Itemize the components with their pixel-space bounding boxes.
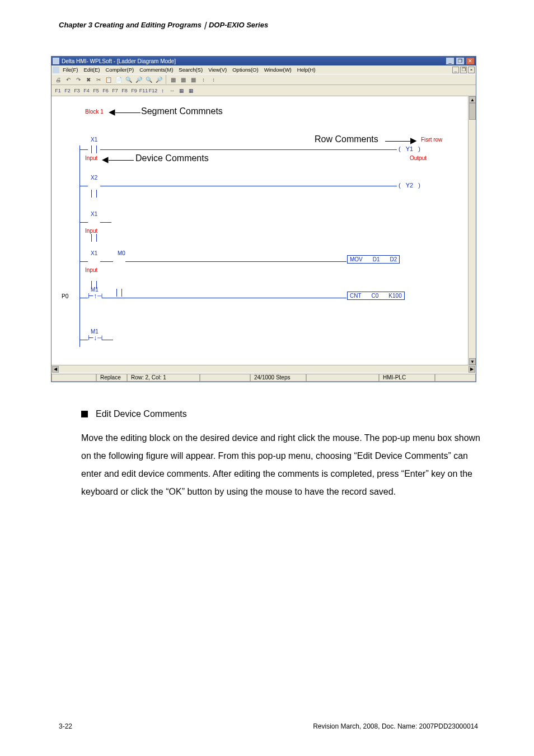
arrow-rowcomments: ———▶ (385, 135, 417, 145)
scroll-thumb[interactable] (469, 103, 476, 120)
menu-edit[interactable]: Edit(E) (83, 67, 100, 73)
f5-button[interactable]: F5 (92, 86, 100, 95)
devicecomments-annotation: Device Comments (135, 153, 209, 163)
left-rail (79, 145, 80, 347)
toolbar-fkeys: F1 F2 F3 F4 F5 F6 F7 F8 F9 F11 F12 ↕ ↔ ▦… (51, 85, 476, 96)
binoculars-icon[interactable]: 🔎 (134, 76, 143, 84)
hline-button[interactable]: ↔ (168, 86, 176, 95)
status-position: Row: 2, Col: 1 (127, 374, 200, 382)
cnt-box[interactable]: CNTC0K100 (347, 292, 405, 300)
f11-button[interactable]: F11 (139, 86, 148, 95)
menubar: File(F) Edit(E) Compiler(P) Comments(M) … (51, 65, 476, 74)
bullet-icon (81, 411, 88, 417)
maximize-button[interactable]: ❐ (456, 57, 465, 65)
contact-m0[interactable] (113, 289, 125, 297)
f7-button[interactable]: F7 (111, 86, 119, 95)
contact-x1-2[interactable] (88, 234, 100, 242)
status-steps: 24/1000 Steps (250, 374, 306, 382)
p0-label: P0 (62, 293, 68, 299)
contact-x1-1[interactable] (88, 145, 100, 153)
mdi-close-button[interactable]: × (468, 67, 475, 73)
tool-b-icon[interactable]: ↕ (209, 76, 218, 84)
app-icon (53, 58, 59, 64)
body-heading: Edit Device Comments (96, 409, 187, 419)
gridB-button[interactable]: ▦ (187, 86, 195, 95)
scroll-up-icon[interactable]: ▲ (469, 96, 476, 103)
titlebar: Delta HMI- WPLSoft - [Ladder Diagram Mod… (51, 57, 476, 65)
menu-view[interactable]: View(V) (208, 67, 227, 73)
toolbar-separator (166, 75, 166, 84)
print-icon[interactable]: 🖨 (54, 76, 62, 84)
cut-icon[interactable]: ✂ (94, 76, 102, 84)
output-label: Output (410, 155, 427, 161)
status-target: HMI-PLC (379, 374, 435, 382)
mov-box[interactable]: MOVD1D2 (347, 255, 400, 264)
coil-y2[interactable]: ( Y2 ) (399, 182, 420, 189)
minimize-button[interactable]: _ (446, 57, 455, 65)
menu-file[interactable]: File(F) (63, 67, 78, 73)
vline-button[interactable]: ↕ (158, 86, 167, 95)
coil-y1[interactable]: ( Y1 ) (399, 145, 420, 152)
horizontal-scrollbar[interactable]: ◀ ▶ (51, 365, 476, 373)
chapter-heading: Chapter 3 Creating and Editing Programs｜… (59, 20, 481, 30)
x1-label-2: X1 (91, 211, 97, 217)
zoomout-icon[interactable]: 🔎 (154, 76, 163, 84)
contact-m1-rise[interactable]: ⊢↑⊣ (88, 292, 102, 300)
f3-button[interactable]: F3 (73, 86, 81, 95)
f12-button[interactable]: F12 (149, 86, 157, 95)
menu-comments[interactable]: Comments(M) (139, 67, 173, 73)
contact-m1-fall[interactable]: ⊢↓⊣ (88, 334, 102, 342)
grid1-icon[interactable]: ▦ (169, 76, 177, 84)
paste-icon[interactable]: 📄 (114, 76, 123, 84)
page-number: 3-22 (59, 722, 72, 730)
app-window: Delta HMI- WPLSoft - [Ladder Diagram Mod… (51, 56, 476, 382)
contact-x2[interactable] (88, 190, 100, 198)
scroll-down-icon[interactable]: ▼ (469, 358, 476, 365)
hscroll-track[interactable] (59, 366, 468, 373)
delete-icon[interactable]: ✖ (84, 76, 92, 84)
f1-button[interactable]: F1 (54, 86, 62, 95)
redo-icon[interactable]: ↷ (74, 76, 82, 84)
undo-icon[interactable]: ↶ (64, 76, 72, 84)
menu-window[interactable]: Window(W) (264, 67, 292, 73)
block-label: Block 1 (85, 109, 104, 115)
firstrow-label: Fisrt row (421, 137, 442, 143)
arrow-segment: ◀——— (109, 107, 140, 117)
find-icon[interactable]: 🔍 (124, 76, 133, 84)
input-label-1: Input (85, 155, 97, 161)
mdi-min-button[interactable]: _ (452, 67, 459, 73)
window-title: Delta HMI- WPLSoft - [Ladder Diagram Mod… (62, 58, 176, 64)
x2-label: X2 (91, 175, 97, 181)
f2-button[interactable]: F2 (63, 86, 72, 95)
close-button[interactable]: ✕ (466, 57, 475, 65)
statusbar: Replace Row: 2, Col: 1 24/1000 Steps HMI… (51, 373, 476, 382)
rowcomments-annotation: Row Comments (315, 134, 378, 144)
vertical-scrollbar[interactable]: ▲ ▼ (468, 96, 476, 365)
grid2-icon[interactable]: ▦ (179, 76, 188, 84)
menu-options[interactable]: Options(O) (232, 67, 258, 73)
tool-a-icon[interactable]: ↕ (199, 76, 208, 84)
menu-compiler[interactable]: Compiler(P) (106, 67, 134, 73)
f6-button[interactable]: F6 (101, 86, 110, 95)
ladder-canvas[interactable]: Block 1 ◀——— Segment Commnets Row Commen… (51, 96, 468, 365)
status-mode: Replace (96, 374, 127, 382)
input-label-2: Input (85, 228, 97, 234)
f9-button[interactable]: F9 (130, 86, 138, 95)
menu-help[interactable]: Help(H) (297, 67, 316, 73)
toolbar-main: 🖨 ↶ ↷ ✖ ✂ 📋 📄 🔍 🔎 🔍 🔎 ▦ ▦ ▦ ↕ ↕ (51, 74, 476, 85)
gridA-button[interactable]: ▦ (177, 86, 186, 95)
f4-button[interactable]: F4 (82, 86, 91, 95)
f8-button[interactable]: F8 (120, 86, 129, 95)
copy-icon[interactable]: 📋 (104, 76, 113, 84)
revision-text: Revision March, 2008, Doc. Name: 2007PDD… (313, 722, 478, 730)
x1-label-3: X1 (91, 250, 97, 256)
zoomin-icon[interactable]: 🔍 (144, 76, 153, 84)
m0-label: M0 (118, 250, 125, 256)
x1-label-1: X1 (91, 137, 97, 143)
grid3-icon[interactable]: ▦ (189, 76, 198, 84)
menu-search[interactable]: Search(S) (179, 67, 203, 73)
input-label-3: Input (85, 267, 97, 273)
scroll-left-icon[interactable]: ◀ (52, 366, 59, 373)
mdi-restore-button[interactable]: ❐ (460, 67, 467, 73)
scroll-right-icon[interactable]: ▶ (469, 366, 475, 373)
